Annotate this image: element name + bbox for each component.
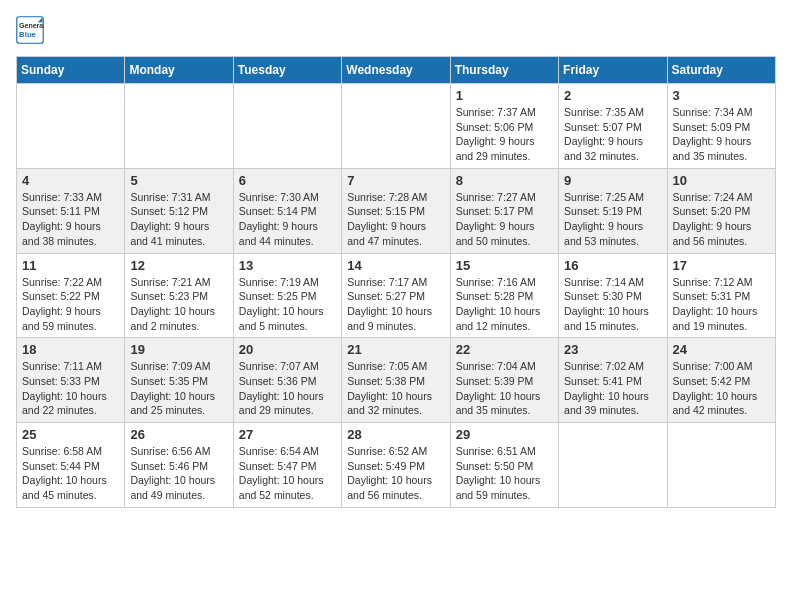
page-header: General Blue <box>16 16 776 44</box>
calendar-cell: 8Sunrise: 7:27 AMSunset: 5:17 PMDaylight… <box>450 168 558 253</box>
day-info: Sunrise: 7:37 AMSunset: 5:06 PMDaylight:… <box>456 105 553 164</box>
calendar-cell: 2Sunrise: 7:35 AMSunset: 5:07 PMDaylight… <box>559 84 667 169</box>
calendar-cell: 5Sunrise: 7:31 AMSunset: 5:12 PMDaylight… <box>125 168 233 253</box>
calendar-cell: 27Sunrise: 6:54 AMSunset: 5:47 PMDayligh… <box>233 423 341 508</box>
day-number: 19 <box>130 342 227 357</box>
calendar-cell: 24Sunrise: 7:00 AMSunset: 5:42 PMDayligh… <box>667 338 775 423</box>
day-number: 10 <box>673 173 770 188</box>
day-info: Sunrise: 7:19 AMSunset: 5:25 PMDaylight:… <box>239 275 336 334</box>
day-number: 28 <box>347 427 444 442</box>
day-info: Sunrise: 6:51 AMSunset: 5:50 PMDaylight:… <box>456 444 553 503</box>
calendar-cell <box>233 84 341 169</box>
calendar-cell: 25Sunrise: 6:58 AMSunset: 5:44 PMDayligh… <box>17 423 125 508</box>
day-number: 9 <box>564 173 661 188</box>
logo-icon: General Blue <box>16 16 44 44</box>
calendar-week-row: 11Sunrise: 7:22 AMSunset: 5:22 PMDayligh… <box>17 253 776 338</box>
calendar-cell: 1Sunrise: 7:37 AMSunset: 5:06 PMDaylight… <box>450 84 558 169</box>
day-info: Sunrise: 7:04 AMSunset: 5:39 PMDaylight:… <box>456 359 553 418</box>
calendar-week-row: 1Sunrise: 7:37 AMSunset: 5:06 PMDaylight… <box>17 84 776 169</box>
calendar-cell <box>125 84 233 169</box>
day-number: 24 <box>673 342 770 357</box>
day-info: Sunrise: 7:30 AMSunset: 5:14 PMDaylight:… <box>239 190 336 249</box>
day-number: 26 <box>130 427 227 442</box>
calendar-week-row: 18Sunrise: 7:11 AMSunset: 5:33 PMDayligh… <box>17 338 776 423</box>
day-info: Sunrise: 7:05 AMSunset: 5:38 PMDaylight:… <box>347 359 444 418</box>
day-number: 3 <box>673 88 770 103</box>
calendar-header-row: SundayMondayTuesdayWednesdayThursdayFrid… <box>17 57 776 84</box>
day-header-wednesday: Wednesday <box>342 57 450 84</box>
calendar-cell: 28Sunrise: 6:52 AMSunset: 5:49 PMDayligh… <box>342 423 450 508</box>
calendar-week-row: 25Sunrise: 6:58 AMSunset: 5:44 PMDayligh… <box>17 423 776 508</box>
calendar-cell: 29Sunrise: 6:51 AMSunset: 5:50 PMDayligh… <box>450 423 558 508</box>
day-header-thursday: Thursday <box>450 57 558 84</box>
day-info: Sunrise: 7:09 AMSunset: 5:35 PMDaylight:… <box>130 359 227 418</box>
calendar-cell: 22Sunrise: 7:04 AMSunset: 5:39 PMDayligh… <box>450 338 558 423</box>
day-info: Sunrise: 7:07 AMSunset: 5:36 PMDaylight:… <box>239 359 336 418</box>
calendar-cell: 4Sunrise: 7:33 AMSunset: 5:11 PMDaylight… <box>17 168 125 253</box>
day-info: Sunrise: 7:11 AMSunset: 5:33 PMDaylight:… <box>22 359 119 418</box>
day-info: Sunrise: 6:58 AMSunset: 5:44 PMDaylight:… <box>22 444 119 503</box>
calendar-cell <box>559 423 667 508</box>
day-info: Sunrise: 7:02 AMSunset: 5:41 PMDaylight:… <box>564 359 661 418</box>
day-info: Sunrise: 6:56 AMSunset: 5:46 PMDaylight:… <box>130 444 227 503</box>
day-number: 23 <box>564 342 661 357</box>
calendar-cell: 12Sunrise: 7:21 AMSunset: 5:23 PMDayligh… <box>125 253 233 338</box>
calendar-table: SundayMondayTuesdayWednesdayThursdayFrid… <box>16 56 776 508</box>
calendar-cell: 20Sunrise: 7:07 AMSunset: 5:36 PMDayligh… <box>233 338 341 423</box>
calendar-cell: 14Sunrise: 7:17 AMSunset: 5:27 PMDayligh… <box>342 253 450 338</box>
day-number: 22 <box>456 342 553 357</box>
day-info: Sunrise: 7:16 AMSunset: 5:28 PMDaylight:… <box>456 275 553 334</box>
calendar-cell: 23Sunrise: 7:02 AMSunset: 5:41 PMDayligh… <box>559 338 667 423</box>
calendar-cell: 26Sunrise: 6:56 AMSunset: 5:46 PMDayligh… <box>125 423 233 508</box>
day-info: Sunrise: 7:28 AMSunset: 5:15 PMDaylight:… <box>347 190 444 249</box>
svg-text:Blue: Blue <box>19 30 37 39</box>
day-info: Sunrise: 7:21 AMSunset: 5:23 PMDaylight:… <box>130 275 227 334</box>
day-number: 11 <box>22 258 119 273</box>
calendar-cell: 7Sunrise: 7:28 AMSunset: 5:15 PMDaylight… <box>342 168 450 253</box>
day-number: 14 <box>347 258 444 273</box>
calendar-cell <box>17 84 125 169</box>
calendar-cell: 19Sunrise: 7:09 AMSunset: 5:35 PMDayligh… <box>125 338 233 423</box>
calendar-cell: 10Sunrise: 7:24 AMSunset: 5:20 PMDayligh… <box>667 168 775 253</box>
day-header-sunday: Sunday <box>17 57 125 84</box>
calendar-cell <box>342 84 450 169</box>
day-number: 20 <box>239 342 336 357</box>
day-number: 7 <box>347 173 444 188</box>
day-info: Sunrise: 7:25 AMSunset: 5:19 PMDaylight:… <box>564 190 661 249</box>
calendar-cell: 15Sunrise: 7:16 AMSunset: 5:28 PMDayligh… <box>450 253 558 338</box>
day-number: 5 <box>130 173 227 188</box>
day-info: Sunrise: 7:12 AMSunset: 5:31 PMDaylight:… <box>673 275 770 334</box>
day-info: Sunrise: 7:31 AMSunset: 5:12 PMDaylight:… <box>130 190 227 249</box>
calendar-cell: 21Sunrise: 7:05 AMSunset: 5:38 PMDayligh… <box>342 338 450 423</box>
day-number: 21 <box>347 342 444 357</box>
day-number: 4 <box>22 173 119 188</box>
day-number: 25 <box>22 427 119 442</box>
calendar-cell: 16Sunrise: 7:14 AMSunset: 5:30 PMDayligh… <box>559 253 667 338</box>
day-info: Sunrise: 7:17 AMSunset: 5:27 PMDaylight:… <box>347 275 444 334</box>
day-number: 8 <box>456 173 553 188</box>
day-number: 1 <box>456 88 553 103</box>
calendar-cell: 6Sunrise: 7:30 AMSunset: 5:14 PMDaylight… <box>233 168 341 253</box>
day-number: 16 <box>564 258 661 273</box>
day-number: 6 <box>239 173 336 188</box>
day-info: Sunrise: 6:52 AMSunset: 5:49 PMDaylight:… <box>347 444 444 503</box>
day-info: Sunrise: 7:00 AMSunset: 5:42 PMDaylight:… <box>673 359 770 418</box>
calendar-cell: 3Sunrise: 7:34 AMSunset: 5:09 PMDaylight… <box>667 84 775 169</box>
day-number: 29 <box>456 427 553 442</box>
day-number: 12 <box>130 258 227 273</box>
day-number: 2 <box>564 88 661 103</box>
day-info: Sunrise: 7:14 AMSunset: 5:30 PMDaylight:… <box>564 275 661 334</box>
day-header-monday: Monday <box>125 57 233 84</box>
day-info: Sunrise: 7:27 AMSunset: 5:17 PMDaylight:… <box>456 190 553 249</box>
calendar-cell: 11Sunrise: 7:22 AMSunset: 5:22 PMDayligh… <box>17 253 125 338</box>
day-info: Sunrise: 7:33 AMSunset: 5:11 PMDaylight:… <box>22 190 119 249</box>
day-info: Sunrise: 7:34 AMSunset: 5:09 PMDaylight:… <box>673 105 770 164</box>
calendar-cell: 17Sunrise: 7:12 AMSunset: 5:31 PMDayligh… <box>667 253 775 338</box>
day-info: Sunrise: 7:24 AMSunset: 5:20 PMDaylight:… <box>673 190 770 249</box>
day-info: Sunrise: 6:54 AMSunset: 5:47 PMDaylight:… <box>239 444 336 503</box>
calendar-cell <box>667 423 775 508</box>
day-number: 18 <box>22 342 119 357</box>
logo: General Blue <box>16 16 48 44</box>
calendar-cell: 13Sunrise: 7:19 AMSunset: 5:25 PMDayligh… <box>233 253 341 338</box>
day-info: Sunrise: 7:22 AMSunset: 5:22 PMDaylight:… <box>22 275 119 334</box>
